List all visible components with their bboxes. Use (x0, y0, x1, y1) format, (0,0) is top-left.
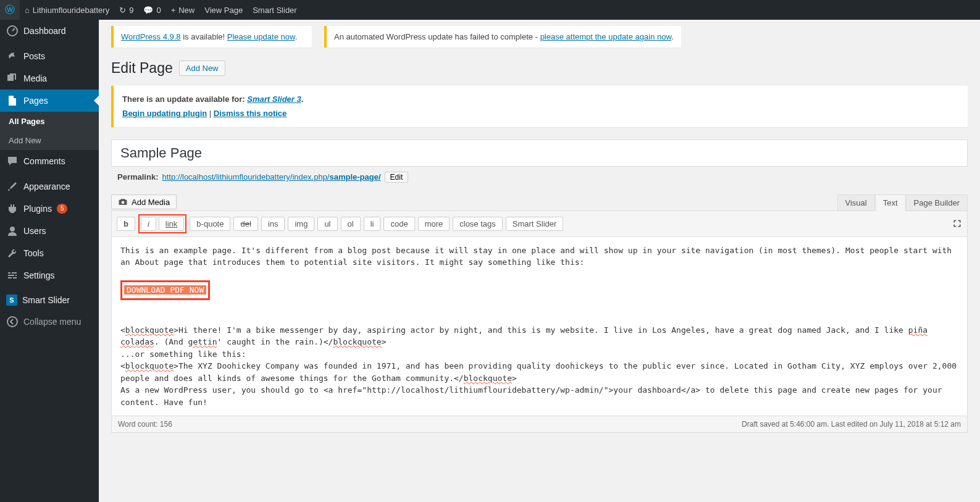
editor-toolbar: b i link b-quote del ins img ul ol li co… (112, 211, 967, 236)
sidebar-tools[interactable]: Tools (0, 242, 99, 264)
page-title-input[interactable] (111, 140, 968, 167)
plugin-update-notice: There is an update available for: Smart … (111, 86, 968, 127)
updates-link[interactable]: ↻9 (114, 0, 138, 20)
wp-logo[interactable]: ⓦ (0, 0, 20, 20)
home-icon: ⌂ (25, 6, 30, 15)
draft-status: Draft saved at 5:46:00 am. Last edited o… (742, 420, 961, 429)
sidebar-dashboard[interactable]: Dashboard (0, 20, 99, 42)
comment-icon (6, 155, 19, 167)
page-icon (6, 94, 19, 107)
dismiss-notice-link[interactable]: Dismiss this notice (214, 109, 287, 118)
attempt-update-link[interactable]: please attempt the update again now (540, 32, 672, 41)
smartslider-icon: S (6, 295, 17, 306)
plugins-badge: 5 (57, 204, 68, 214)
btn-smart-slider[interactable]: Smart Slider (506, 217, 564, 231)
begin-update-link[interactable]: Begin updating plugin (122, 109, 207, 118)
tab-text[interactable]: Text (875, 195, 906, 211)
dashboard-icon (6, 25, 19, 37)
content-textarea[interactable]: This is an example page. It's different … (112, 236, 967, 416)
permalink-row: Permalink: http://localhost/lithiumflour… (111, 167, 968, 188)
sliders-icon (6, 269, 19, 282)
sidebar-appearance[interactable]: Appearance (0, 175, 99, 198)
site-name[interactable]: ⌂Lithiumflouridebattery (20, 0, 114, 20)
sidebar-media[interactable]: Media (0, 67, 99, 90)
btn-close-tags[interactable]: close tags (453, 217, 503, 231)
btn-del[interactable]: del (233, 217, 258, 231)
btn-ol[interactable]: ol (341, 217, 361, 231)
tab-page-builder[interactable]: Page Builder (906, 195, 968, 211)
svg-point-1 (10, 227, 15, 232)
btn-img[interactable]: img (288, 217, 314, 231)
wp-version-link[interactable]: WordPress 4.9.8 (121, 32, 181, 41)
permalink-link[interactable]: http://localhost/lithiumflouridebattery/… (162, 172, 380, 182)
pin-icon (6, 50, 19, 62)
fullscreen-icon[interactable] (952, 219, 962, 228)
page-heading: Edit Page (111, 60, 173, 77)
plugin-name-link[interactable]: Smart Slider 3 (247, 94, 301, 104)
sidebar-pages[interactable]: Pages (0, 90, 99, 112)
refresh-icon: ↻ (119, 6, 126, 15)
btn-italic[interactable]: i (141, 217, 156, 231)
sidebar-collapse[interactable]: Collapse menu (0, 311, 99, 333)
btn-ul[interactable]: ul (317, 217, 337, 231)
user-icon (6, 225, 19, 237)
admin-sidebar: Dashboard Posts Media Pages All Pages Ad… (0, 20, 99, 502)
wp-update-notice: WordPress 4.9.8 is available! Please upd… (111, 26, 312, 48)
wrench-icon (6, 247, 19, 259)
word-count: Word count: 156 (118, 420, 172, 429)
highlight-download: DOWNLOAD PDF NOW (120, 280, 210, 300)
plus-icon: + (171, 6, 176, 15)
sidebar-plugins[interactable]: Plugins5 (0, 198, 99, 220)
add-media-button[interactable]: Add Media (111, 195, 177, 209)
media-icon (6, 72, 19, 85)
view-page-link[interactable]: View Page (199, 0, 248, 20)
edit-permalink-button[interactable]: Edit (385, 172, 409, 183)
svg-point-3 (122, 201, 125, 204)
btn-link[interactable]: link (159, 217, 185, 231)
tab-visual[interactable]: Visual (837, 195, 875, 211)
add-new-button[interactable]: Add New (179, 61, 225, 76)
comment-icon: 💬 (143, 6, 153, 15)
sidebar-smart-slider[interactable]: SSmart Slider (0, 290, 99, 311)
sidebar-comments[interactable]: Comments (0, 150, 99, 172)
auto-update-notice: An automated WordPress update has failed… (324, 26, 681, 48)
update-now-link[interactable]: Please update now (227, 32, 295, 41)
comments-link[interactable]: 💬0 (138, 0, 165, 20)
highlight-link: i link (138, 214, 186, 233)
sidebar-posts[interactable]: Posts (0, 45, 99, 67)
sidebar-all-pages[interactable]: All Pages (0, 112, 99, 131)
editor-status-bar: Word count: 156 Draft saved at 5:46:00 a… (111, 416, 968, 433)
brush-icon (6, 180, 19, 193)
btn-li[interactable]: li (364, 217, 381, 231)
btn-more[interactable]: more (418, 217, 450, 231)
collapse-icon (6, 316, 19, 328)
plugin-icon (6, 203, 19, 215)
sidebar-settings[interactable]: Settings (0, 264, 99, 287)
admin-toolbar: ⓦ ⌂Lithiumflouridebattery ↻9 💬0 +New Vie… (0, 0, 980, 20)
camera-icon (118, 197, 128, 207)
btn-code[interactable]: code (383, 217, 414, 231)
sidebar-add-new-page[interactable]: Add New (0, 131, 99, 150)
main-content: WordPress 4.9.8 is available! Please upd… (99, 20, 980, 502)
editor-box: b i link b-quote del ins img ul ol li co… (111, 211, 968, 417)
svg-point-2 (7, 317, 17, 327)
sidebar-users[interactable]: Users (0, 220, 99, 242)
new-link[interactable]: +New (166, 0, 200, 20)
btn-ins[interactable]: ins (261, 217, 285, 231)
btn-bquote[interactable]: b-quote (190, 217, 230, 231)
smart-slider-link[interactable]: Smart Slider (248, 0, 302, 20)
btn-bold[interactable]: b (117, 217, 135, 231)
